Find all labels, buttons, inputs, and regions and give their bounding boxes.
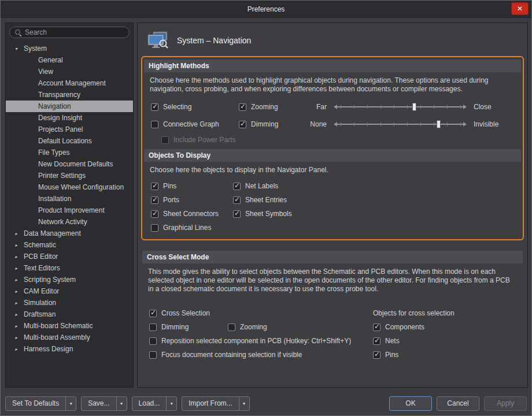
- selecting-checkbox[interactable]: Selecting: [151, 103, 239, 111]
- dimming-checkbox[interactable]: Dimming: [239, 120, 297, 128]
- save-button[interactable]: Save... ▾: [81, 396, 127, 411]
- zoom-level-slider[interactable]: [334, 102, 467, 112]
- sidebar-item-text-editors[interactable]: ▸Text Editors: [6, 262, 133, 274]
- slider-handle[interactable]: [412, 103, 416, 111]
- page-header: System – Navigation: [138, 23, 527, 55]
- sidebar-item-transparency[interactable]: Transparency: [6, 89, 133, 101]
- nets-checkbox[interactable]: Nets: [373, 337, 400, 345]
- cs-pins-checkbox[interactable]: Pins: [373, 351, 398, 359]
- sidebar-item-installation[interactable]: Installation: [6, 193, 133, 205]
- search-box[interactable]: [9, 27, 130, 38]
- checkbox-icon: [149, 324, 157, 331]
- sidebar-item-network-activity[interactable]: Network Activity: [6, 216, 133, 228]
- tree-expand-icon[interactable]: ▸: [15, 231, 24, 236]
- sidebar-item-printer-settings[interactable]: Printer Settings: [6, 170, 133, 181]
- cancel-button[interactable]: Cancel: [437, 396, 479, 411]
- net-labels-checkbox[interactable]: Net Labels: [233, 182, 278, 190]
- tree-expand-icon[interactable]: ▸: [15, 277, 24, 283]
- import-from-button[interactable]: Import From... ▾: [182, 396, 249, 411]
- tree-expand-icon[interactable]: ▾: [15, 46, 24, 51]
- tree-expand-icon[interactable]: ▸: [15, 335, 24, 340]
- set-to-defaults-button[interactable]: Set To Defaults ▾: [5, 396, 76, 411]
- sidebar-item-pcb-editor[interactable]: ▸PCB Editor: [6, 251, 133, 262]
- chevron-down-icon[interactable]: ▾: [239, 397, 249, 410]
- objects-to-display-header: Objects To Display: [144, 149, 521, 162]
- sidebar-item-product-improvement[interactable]: Product Improvement: [6, 205, 133, 216]
- tree-expand-icon[interactable]: ▸: [15, 300, 24, 306]
- checkbox-icon: [151, 121, 158, 128]
- sidebar-item-default-locations[interactable]: Default Locations: [6, 135, 133, 147]
- graphical-lines-checkbox[interactable]: Graphical Lines: [151, 224, 233, 232]
- cs-zooming-checkbox[interactable]: Zooming: [228, 323, 267, 331]
- chevron-down-icon[interactable]: ▾: [66, 397, 76, 410]
- pins-checkbox[interactable]: Pins: [151, 182, 233, 190]
- checkbox-icon: [149, 310, 157, 317]
- sidebar-item-new-document-defaults[interactable]: New Document Defaults: [6, 158, 133, 170]
- checkbox-row: Ports Sheet Entries: [151, 193, 521, 207]
- search-input[interactable]: [25, 28, 124, 36]
- sidebar-item-simulation[interactable]: ▸Simulation: [6, 297, 133, 309]
- sheet-connectors-checkbox[interactable]: Sheet Connectors: [151, 210, 233, 218]
- close-icon: ✕: [517, 5, 523, 13]
- sidebar-item-file-types[interactable]: File Types: [6, 147, 133, 158]
- slider-handle[interactable]: [437, 120, 441, 128]
- connective-graph-checkbox[interactable]: Connective Graph: [151, 120, 239, 128]
- cs-dimming-checkbox[interactable]: Dimming: [149, 323, 228, 331]
- sidebar-item-multi-board-assembly[interactable]: ▸Multi-board Assembly: [6, 332, 133, 343]
- sidebar-item-navigation[interactable]: Navigation: [6, 101, 133, 112]
- sidebar-item-account-management[interactable]: Account Management: [6, 77, 133, 89]
- cross-select-right-column: Objects for cross selection Components N…: [373, 306, 523, 362]
- tree-expand-icon[interactable]: ▸: [15, 324, 24, 329]
- checkbox-row: Include Power Parts: [151, 133, 521, 147]
- checkbox-icon: [373, 351, 380, 359]
- sidebar-item-system[interactable]: ▾System: [6, 43, 133, 54]
- sheet-symbols-checkbox[interactable]: Sheet Symbols: [233, 210, 292, 218]
- sidebar-item-harness-design[interactable]: ▸Harness Design: [6, 343, 133, 355]
- dim-slider-min-label: None: [297, 120, 327, 128]
- tree-expand-icon[interactable]: ▸: [15, 243, 24, 248]
- ok-button[interactable]: OK: [389, 396, 432, 411]
- checkbox-icon: [233, 196, 241, 204]
- apply-button[interactable]: Apply: [484, 396, 527, 411]
- objects-to-display-description: Choose here the objects to display in th…: [144, 162, 521, 178]
- cross-selection-checkbox[interactable]: Cross Selection: [149, 309, 210, 317]
- sidebar-item-projects-panel[interactable]: Projects Panel: [6, 124, 133, 135]
- close-button[interactable]: ✕: [511, 2, 529, 15]
- highlight-methods-description: Choose here the methods used to highligh…: [144, 72, 521, 97]
- objects-for-cross-selection-label-row: Objects for cross selection: [373, 306, 523, 320]
- cross-select-mode-content: Cross Selection Dimming Zooming Repositi…: [142, 297, 523, 362]
- load-button[interactable]: Load... ▾: [132, 396, 178, 411]
- sidebar-item-cam-editor[interactable]: ▸CAM Editor: [6, 285, 133, 297]
- dimming-level-slider[interactable]: [334, 120, 467, 129]
- sidebar-item-mouse-wheel-configuration[interactable]: Mouse Wheel Configuration: [6, 181, 133, 193]
- sidebar-item-draftsman[interactable]: ▸Draftsman: [6, 309, 133, 320]
- tree-expand-icon[interactable]: ▸: [15, 312, 24, 317]
- sidebar-item-view[interactable]: View: [6, 66, 133, 77]
- sidebar-item-general[interactable]: General: [6, 54, 133, 66]
- sidebar-item-data-management[interactable]: ▸Data Management: [6, 228, 133, 239]
- sidebar-item-schematic[interactable]: ▸Schematic: [6, 239, 133, 251]
- components-checkbox[interactable]: Components: [373, 323, 424, 331]
- chevron-down-icon[interactable]: ▾: [117, 397, 127, 410]
- checkbox-row: Selecting Zooming Far Close: [151, 98, 521, 116]
- sidebar-item-multi-board-schematic[interactable]: ▸Multi-board Schematic: [6, 320, 133, 332]
- checkbox-row: Cross Selection: [149, 306, 373, 320]
- focus-document-checkbox[interactable]: Focus document containing selection if v…: [149, 351, 302, 359]
- tree-expand-icon[interactable]: ▸: [15, 347, 24, 352]
- tree-expand-icon[interactable]: ▸: [15, 266, 24, 271]
- tree-expand-icon[interactable]: ▸: [15, 289, 24, 294]
- sidebar-item-design-insight[interactable]: Design Insight: [6, 112, 133, 124]
- sheet-entries-checkbox[interactable]: Sheet Entries: [233, 196, 287, 204]
- checkbox-row: Graphical Lines: [151, 221, 521, 235]
- zooming-checkbox[interactable]: Zooming: [239, 103, 297, 111]
- checkbox-icon: [151, 183, 158, 190]
- sidebar-item-scripting-system[interactable]: ▸Scripting System: [6, 274, 133, 285]
- tree-expand-icon[interactable]: ▸: [15, 254, 24, 259]
- ports-checkbox[interactable]: Ports: [151, 196, 233, 204]
- chevron-down-icon[interactable]: ▾: [167, 397, 176, 410]
- reposition-component-checkbox[interactable]: Reposition selected component in PCB (Ho…: [149, 337, 351, 345]
- system-navigation-icon: [147, 31, 169, 49]
- slider-ticks: [341, 122, 461, 126]
- checkbox-row: Connective Graph Dimming None Invisible: [151, 116, 521, 133]
- search-icon: [14, 29, 22, 36]
